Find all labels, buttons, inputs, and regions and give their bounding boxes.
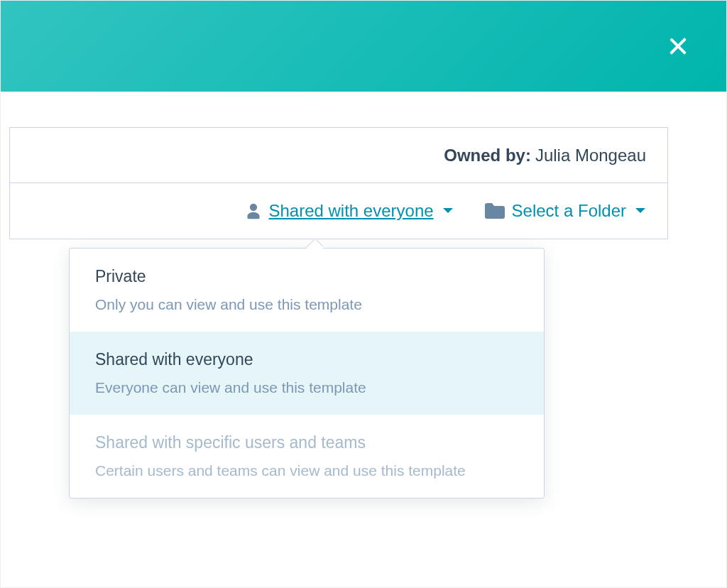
close-icon [667,35,689,58]
option-title: Shared with everyone [95,350,518,369]
option-description: Only you can view and use this template [95,296,518,313]
owner-label: Owned by: [444,146,531,165]
close-button[interactable] [664,32,692,60]
caret-down-icon [635,207,646,214]
sharing-option-everyone[interactable]: Shared with everyone Everyone can view a… [70,332,544,415]
sharing-option-private[interactable]: Private Only you can view and use this t… [70,249,544,332]
popover-arrow [306,240,323,249]
caret-down-icon [442,207,454,214]
modal-frame: Owned by: Julia Mongeau Shared with ever… [0,0,727,588]
sharing-popover: Private Only you can view and use this t… [69,248,545,499]
folder-dropdown-trigger[interactable]: Select a Folder [485,201,646,221]
option-description: Everyone can view and use this template [95,379,518,396]
sharing-option-specific: Shared with specific users and teams Cer… [70,415,544,498]
controls-row: Shared with everyone Select a Folder [10,183,667,239]
sharing-dropdown-trigger[interactable]: Shared with everyone [246,201,453,221]
folder-icon [485,203,505,219]
sharing-dropdown-label: Shared with everyone [268,201,433,221]
option-description: Certain users and teams can view and use… [95,462,518,479]
owner-row: Owned by: Julia Mongeau [10,128,667,183]
option-title: Shared with specific users and teams [95,433,518,452]
person-icon [246,202,261,219]
modal-header [1,1,726,92]
owner-name: Julia Mongeau [535,146,646,165]
folder-dropdown-label: Select a Folder [512,201,626,221]
properties-panel: Owned by: Julia Mongeau Shared with ever… [9,127,668,239]
option-title: Private [95,267,518,286]
